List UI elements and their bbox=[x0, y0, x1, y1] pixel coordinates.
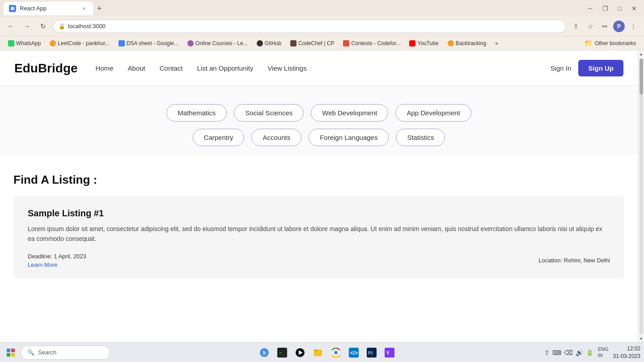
bookmark-leetcode[interactable]: LeetCode - pankhur... bbox=[46, 39, 113, 48]
taskbar-pinned-apps: b >_ </> PS V bbox=[113, 345, 542, 361]
address-bar[interactable]: 🔒 localhost:3000 bbox=[53, 20, 566, 33]
page-area: EduBridge Home About Contact List an Opp… bbox=[0, 51, 644, 342]
back-button[interactable]: ← bbox=[4, 20, 17, 33]
listings-section: Find A Listing : Sample Listing #1 Lorem… bbox=[0, 155, 638, 295]
category-foreign-languages[interactable]: Foreign Languages bbox=[309, 129, 389, 146]
search-placeholder: Search bbox=[38, 349, 56, 356]
bookmark-whatsapp[interactable]: WhatsApp bbox=[4, 39, 44, 48]
category-row-1: Mathematics Social Sciences Web Developm… bbox=[166, 104, 471, 122]
tab-favicon bbox=[9, 5, 16, 12]
bookmark-more-label: » bbox=[495, 40, 498, 46]
bookmark-label: YouTube bbox=[417, 40, 438, 46]
svg-text:PS: PS bbox=[368, 351, 373, 355]
scroll-track[interactable] bbox=[640, 59, 643, 334]
bookmark-codechef[interactable]: CodeChef | CP bbox=[287, 39, 338, 48]
bookmark-dsa[interactable]: DSA sheet - Google... bbox=[115, 39, 182, 48]
taskbar-app-b[interactable]: b bbox=[256, 345, 272, 361]
taskbar: 🔍 Search b >_ </> PS bbox=[0, 342, 644, 362]
listing-description: Lorem ipsum dolor sit amet, consectetur … bbox=[28, 224, 610, 244]
listing-card-1: Sample Listing #1 Lorem ipsum dolor sit … bbox=[13, 196, 624, 279]
maximize-button[interactable]: □ bbox=[614, 3, 625, 14]
toolbar-actions: ⇧ ☆ ⚯ P ⋮ bbox=[570, 20, 640, 33]
bookmark-label: WhatsApp bbox=[16, 40, 41, 46]
bookmark-online-courses[interactable]: Online Courses - Le... bbox=[184, 39, 251, 48]
keyboard-icon[interactable]: ⌨ bbox=[552, 349, 561, 356]
menu-icon[interactable]: ⋮ bbox=[627, 20, 640, 33]
bookmark-other[interactable]: 📁 Other bookmarks bbox=[580, 38, 640, 49]
tab-close-button[interactable]: × bbox=[80, 5, 88, 12]
category-statistics[interactable]: Statistics bbox=[396, 129, 445, 146]
category-app-development[interactable]: App Development bbox=[395, 104, 471, 122]
active-tab[interactable]: React App × bbox=[4, 2, 93, 15]
taskbar-app-vscode[interactable]: </> bbox=[346, 345, 362, 361]
bookmarks-bar: WhatsApp LeetCode - pankhur... DSA sheet… bbox=[0, 36, 644, 51]
volume-icon[interactable]: 🔊 bbox=[576, 349, 583, 356]
scrollbar[interactable]: ▲ ▼ bbox=[638, 51, 644, 342]
taskbar-app-cmd[interactable]: PS bbox=[364, 345, 380, 361]
svg-text:>_: >_ bbox=[279, 350, 285, 356]
dsa-favicon bbox=[119, 40, 125, 46]
svg-rect-12 bbox=[314, 349, 318, 351]
sign-in-button[interactable]: Sign In bbox=[551, 64, 572, 72]
taskbar-app-chrome[interactable] bbox=[328, 345, 344, 361]
battery-icon[interactable]: 🔋 bbox=[586, 349, 593, 356]
bookmark-codeforces[interactable]: Contests - Codefor... bbox=[339, 39, 404, 48]
bookmark-backtracking[interactable]: Backtracking bbox=[444, 39, 490, 48]
tab-bar: React App × + bbox=[4, 2, 581, 15]
taskbar-app-terminal[interactable]: >_ bbox=[274, 345, 290, 361]
browser-window: React App × + ─ ❐ □ ✕ ← → ↻ 🔒 localhost:… bbox=[0, 0, 644, 362]
category-web-development[interactable]: Web Development bbox=[311, 104, 388, 122]
codeforces-favicon bbox=[343, 40, 349, 46]
header-actions: Sign In Sign Up bbox=[551, 60, 623, 76]
scroll-up-button[interactable]: ▲ bbox=[639, 51, 644, 57]
minimize-button[interactable]: ─ bbox=[585, 3, 596, 14]
nav-list-opportunity[interactable]: List an Opportunity bbox=[197, 64, 253, 72]
start-button[interactable] bbox=[4, 345, 18, 360]
nav-home[interactable]: Home bbox=[96, 64, 114, 72]
svg-text:b: b bbox=[263, 350, 266, 355]
close-button[interactable]: ✕ bbox=[628, 3, 640, 14]
forward-button[interactable]: → bbox=[21, 20, 33, 33]
youtube-favicon bbox=[409, 40, 415, 46]
extensions-puzzle-icon[interactable]: ⚯ bbox=[598, 20, 611, 33]
scroll-thumb[interactable] bbox=[640, 59, 643, 94]
bookmark-youtube[interactable]: YouTube bbox=[406, 39, 442, 48]
github-favicon bbox=[257, 40, 263, 46]
scroll-down-button[interactable]: ▼ bbox=[639, 336, 644, 341]
svg-point-14 bbox=[334, 351, 338, 354]
avatar: P bbox=[613, 21, 625, 32]
profile-icon[interactable]: P bbox=[613, 20, 625, 33]
reload-button[interactable]: ↻ bbox=[37, 20, 49, 33]
bookmark-github[interactable]: GitHub bbox=[253, 39, 285, 48]
url-text: localhost:3000 bbox=[68, 23, 106, 29]
taskbar-app-visual[interactable]: V bbox=[381, 345, 398, 361]
main-nav: Home About Contact List an Opportunity V… bbox=[96, 64, 551, 72]
search-icon: 🔍 bbox=[27, 349, 34, 356]
listing-location: Location: Rohini, New Delhi bbox=[538, 257, 610, 264]
category-carpentry[interactable]: Carpentry bbox=[193, 129, 245, 146]
listing-footer: Deadline: 1 April, 2023 Learn More Locat… bbox=[28, 253, 610, 268]
svg-rect-2 bbox=[11, 349, 15, 352]
bookmark-more[interactable]: » bbox=[491, 39, 502, 48]
share-icon[interactable]: ⇧ bbox=[570, 20, 582, 33]
bookmark-label: CodeChef | CP bbox=[298, 40, 335, 46]
nav-view-listings[interactable]: View Listings bbox=[267, 64, 306, 72]
category-social-sciences[interactable]: Social Sciences bbox=[234, 104, 304, 122]
taskbar-app-files[interactable] bbox=[310, 345, 326, 361]
category-mathematics[interactable]: Mathematics bbox=[166, 104, 227, 122]
bookmark-icon[interactable]: ☆ bbox=[584, 20, 597, 33]
nav-about[interactable]: About bbox=[128, 64, 145, 72]
category-accounts[interactable]: Accounts bbox=[251, 129, 301, 146]
restore-button[interactable]: ❐ bbox=[599, 3, 612, 14]
taskbar-search-box[interactable]: 🔍 Search bbox=[21, 345, 110, 360]
svg-rect-4 bbox=[11, 353, 15, 357]
wifi-icon[interactable]: ⌫ bbox=[564, 349, 573, 356]
learn-more-link[interactable]: Learn More bbox=[28, 261, 86, 268]
time-display: 12:02 bbox=[613, 345, 640, 353]
taskbar-app-play[interactable] bbox=[292, 345, 308, 361]
chevron-up-icon[interactable]: ⇧ bbox=[544, 349, 550, 356]
sign-up-button[interactable]: Sign Up bbox=[578, 60, 623, 76]
nav-contact[interactable]: Contact bbox=[160, 64, 183, 72]
codechef-favicon bbox=[290, 40, 297, 46]
new-tab-button[interactable]: + bbox=[93, 3, 106, 15]
